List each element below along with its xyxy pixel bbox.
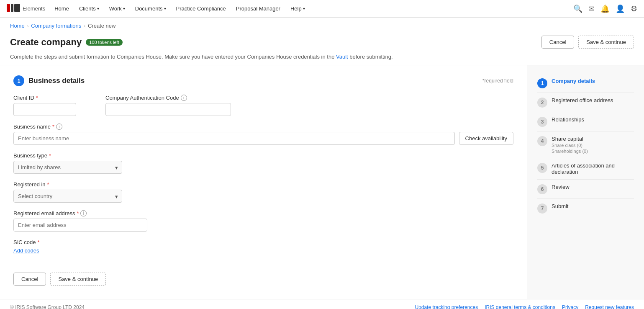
auth-code-label: Company Authentication Code i	[105, 95, 513, 101]
sidebar-step-2: 2Registered office address	[537, 93, 634, 112]
footer-link-tracking[interactable]: Update tracking preferences	[415, 304, 478, 309]
step-label-5: Articles of association and declaration	[552, 162, 634, 175]
client-auth-row: Client ID * Company Authentication Code …	[13, 95, 513, 116]
step-number-2: 2	[537, 98, 547, 108]
step-content-4: Share capitalShare class (0)Shareholding…	[552, 136, 634, 154]
breadcrumb-home-link[interactable]: Home	[10, 23, 25, 29]
bell-icon[interactable]: 🔔	[600, 4, 610, 13]
section-number: 1	[13, 75, 24, 86]
client-id-input[interactable]	[13, 103, 76, 116]
email-info-icon[interactable]: i	[80, 210, 87, 216]
nav-work[interactable]: Work ▾	[105, 0, 129, 18]
footer-link-terms[interactable]: IRIS general terms & conditions	[485, 304, 555, 309]
footer-links: Update tracking preferences IRIS general…	[415, 304, 634, 309]
business-name-row: Check availability	[13, 132, 513, 145]
sidebar-step-6: 6Review	[537, 180, 634, 199]
nav-practice-compliance[interactable]: Practice Compliance	[172, 0, 230, 18]
form-cancel-button[interactable]: Cancel	[13, 273, 46, 286]
step-label-3: Relationships	[552, 116, 634, 123]
nav-clients[interactable]: Clients ▾	[75, 0, 103, 18]
client-id-label: Client ID *	[13, 95, 97, 101]
step-content-6: Review	[552, 184, 634, 190]
registered-in-select[interactable]: Select country England Wales Scotland No…	[13, 190, 122, 203]
section-title: Business details	[28, 77, 85, 85]
business-type-group: Business type * Limited by shares	[13, 152, 122, 174]
breadcrumb-company-formations-link[interactable]: Company formations	[31, 23, 81, 29]
step-number-6: 6	[537, 184, 547, 194]
page-title: Create company 100 tokens left	[10, 37, 123, 48]
step-content-5: Articles of association and declaration	[552, 162, 634, 175]
nav-documents[interactable]: Documents ▾	[131, 0, 170, 18]
client-id-required: *	[36, 95, 38, 101]
business-name-label: Business name * i	[13, 124, 513, 130]
business-type-select[interactable]: Limited by shares	[13, 161, 122, 174]
header-cancel-button[interactable]: Cancel	[541, 36, 574, 49]
email-required: *	[77, 210, 79, 216]
step-label-1: Company details	[552, 78, 634, 84]
step-label-7: Submit	[552, 203, 634, 209]
sidebar-step-7: 7Submit	[537, 199, 634, 218]
registered-in-label: Registered in *	[13, 181, 122, 188]
step-number-3: 3	[537, 117, 547, 127]
breadcrumb-sep-2: ›	[84, 23, 85, 28]
sidebar-step-5: 5Articles of association and declaration	[537, 158, 634, 180]
email-label: Registered email address * i	[13, 210, 147, 216]
sic-code-label: SIC code *	[13, 239, 513, 245]
registered-in-select-wrapper: Select country England Wales Scotland No…	[13, 190, 122, 203]
email-group: Registered email address * i	[13, 210, 147, 232]
work-chevron-icon: ▾	[123, 6, 125, 11]
breadcrumb-current: Create new	[88, 23, 115, 29]
vault-link[interactable]: Vault	[336, 54, 348, 60]
sidebar-step-3: 3Relationships	[537, 112, 634, 131]
sic-required: *	[37, 239, 39, 245]
documents-chevron-icon: ▾	[164, 6, 166, 11]
nav-help[interactable]: Help ▾	[286, 0, 309, 18]
section-header: 1 Business details *required field	[13, 75, 513, 86]
clients-chevron-icon: ▾	[97, 6, 99, 11]
business-name-info-icon[interactable]: i	[56, 124, 62, 130]
step-number-1: 1	[537, 78, 547, 88]
footer: © IRIS Software Group LTD 2024 Update tr…	[0, 299, 644, 309]
business-type-required: *	[49, 152, 51, 159]
check-availability-button[interactable]: Check availability	[459, 132, 513, 145]
business-type-select-wrapper: Limited by shares	[13, 161, 122, 174]
iris-logo	[7, 4, 20, 13]
step-content-3: Relationships	[552, 116, 634, 123]
sidebar-step-1[interactable]: 1Company details	[537, 74, 634, 93]
breadcrumb: Home › Company formations › Create new	[0, 18, 644, 32]
footer-copyright: © IRIS Software Group LTD 2024	[10, 304, 85, 309]
tokens-badge: 100 tokens left	[86, 39, 123, 46]
nav-proposal-manager[interactable]: Proposal Manager	[232, 0, 285, 18]
auth-code-info-icon[interactable]: i	[181, 95, 187, 101]
sidebar: 1Company details2Registered office addre…	[527, 65, 644, 299]
step-sub2-4: Shareholdings (0)	[552, 149, 634, 154]
header-save-continue-button[interactable]: Save & continue	[578, 36, 634, 49]
business-name-group: Business name * i Check availability	[13, 124, 513, 145]
step-number-5: 5	[537, 163, 547, 173]
step-sub1-4: Share class (0)	[552, 143, 634, 148]
business-name-input[interactable]	[13, 132, 455, 145]
registered-in-group: Registered in * Select country England W…	[13, 181, 122, 203]
add-codes-link[interactable]: Add codes	[13, 247, 513, 254]
footer-link-features[interactable]: Request new features	[585, 304, 634, 309]
user-avatar-icon[interactable]: 👤	[616, 4, 625, 13]
nav-home[interactable]: Home	[50, 0, 73, 18]
step-label-6: Review	[552, 184, 634, 190]
elements-label: Elements	[23, 5, 45, 12]
form-save-continue-button[interactable]: Save & continue	[50, 273, 106, 286]
brand: Elements	[7, 4, 45, 13]
footer-link-privacy[interactable]: Privacy	[562, 304, 578, 309]
settings-icon[interactable]: ⚙	[631, 4, 637, 13]
step-label-4: Share capital	[552, 136, 634, 142]
step-content-7: Submit	[552, 203, 634, 209]
form-actions: Cancel Save & continue	[13, 264, 513, 286]
step-content-2: Registered office address	[552, 97, 634, 103]
form-area: 1 Business details *required field Clien…	[0, 65, 527, 299]
email-input[interactable]	[13, 219, 147, 232]
navbar: Elements Home Clients ▾ Work ▾ Documents…	[0, 0, 644, 18]
mail-icon[interactable]: ✉	[588, 4, 595, 13]
search-icon[interactable]: 🔍	[573, 4, 582, 13]
auth-code-group: Company Authentication Code i	[105, 95, 513, 116]
sic-code-group: SIC code * Add codes	[13, 239, 513, 254]
auth-code-input[interactable]	[105, 103, 231, 116]
